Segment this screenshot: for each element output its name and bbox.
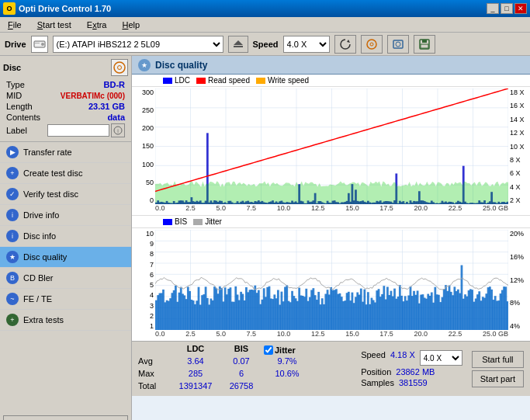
menu-file[interactable]: File (3, 19, 26, 31)
disc-contents-row: Contents data (3, 112, 128, 123)
disc-info-icon: i (6, 230, 19, 242)
ldc-col-header: LDC (172, 344, 219, 356)
disc-title: Disc (3, 63, 21, 72)
bis-max-value[interactable]: 6 (222, 369, 261, 381)
bottom-chart-y-right: 20% 16% 12% 8% 4% (508, 228, 530, 341)
refresh-button[interactable] (334, 35, 356, 54)
disc-quality-title: Disc quality (155, 60, 207, 71)
stats-bis-col: BIS 0.07 6 26758 (222, 344, 261, 394)
bottom-chart-legend: BIS Jitter (132, 215, 530, 228)
ldc-avg-value[interactable]: 3.64 (172, 356, 219, 369)
disc-label-button[interactable]: i (111, 123, 125, 137)
write-legend-box (256, 78, 265, 84)
speed-select[interactable]: 4.0 X (283, 36, 330, 53)
sidebar-item-extra-tests-label: Extra tests (23, 315, 64, 325)
write-legend-label: Write speed (268, 76, 309, 85)
top-chart-x-axis: 0.0 2.5 5.0 7.5 10.0 12.5 15.0 17.5 20.0… (155, 204, 508, 215)
drive-icon (31, 36, 48, 53)
minimize-button[interactable]: _ (487, 3, 499, 14)
menu-bar: File Start test Extra Help (0, 17, 530, 33)
sidebar-item-verify-test-disc[interactable]: ✓ Verify test disc (0, 184, 131, 205)
start-full-button[interactable]: Start full (472, 351, 524, 368)
read-legend-label: Read speed (208, 76, 250, 85)
jitter-header-row: Jitter (264, 344, 310, 356)
sidebar-item-disc-info[interactable]: i Disc info (0, 226, 131, 247)
svg-marker-3 (234, 40, 243, 45)
bis-col-header: BIS (222, 344, 261, 356)
speed-row: Speed 4.18 X 4.0 X (361, 350, 462, 366)
disc-length-row: Length 23.31 GB (3, 101, 128, 112)
jitter-col-header: Jitter (275, 345, 296, 355)
eject-button[interactable] (228, 36, 248, 53)
stats-bar: Avg Max Total LDC 3.64 285 1391347 BIS 0… (132, 341, 530, 396)
sidebar: Disc Type BD-R MID VERBATIMc (000) Lengt… (0, 56, 132, 420)
svg-rect-11 (422, 40, 427, 43)
main-content: Disc Type BD-R MID VERBATIMc (000) Lengt… (0, 56, 530, 420)
disc-label-input[interactable] (47, 124, 109, 137)
disc-icon-button[interactable] (361, 35, 383, 54)
bottom-chart-canvas (155, 230, 508, 330)
sidebar-item-create-test-disc-label: Create test disc (23, 168, 82, 178)
sidebar-item-disc-quality[interactable]: ★ Disc quality (0, 247, 131, 268)
menu-extra[interactable]: Extra (82, 19, 112, 31)
close-button[interactable]: ✕ (514, 3, 527, 14)
disc-quality-icon-header: ★ (138, 59, 151, 71)
jitter-checkbox[interactable] (264, 345, 273, 355)
disc-label-row: Label i (3, 123, 128, 138)
max-label: Max (138, 369, 169, 381)
bottom-chart: 10 9 8 7 6 5 4 3 2 1 20% 16% 12% 8% (132, 228, 530, 341)
svg-point-1 (41, 43, 44, 46)
maximize-button[interactable]: □ (501, 3, 513, 14)
ldc-total-value[interactable]: 1391347 (172, 381, 219, 394)
svg-rect-12 (421, 44, 428, 48)
media-button[interactable] (387, 35, 409, 54)
disc-section-icon[interactable] (111, 59, 128, 76)
svg-point-7 (370, 43, 373, 46)
ldc-legend-label: LDC (175, 76, 190, 85)
cd-bler-icon: B (6, 272, 19, 284)
disc-type-row: Type BD-R (3, 79, 128, 90)
status-window-button[interactable]: Status window >> (3, 415, 128, 420)
svg-point-6 (367, 40, 376, 49)
svg-rect-4 (234, 46, 243, 47)
samples-label: Samples (361, 378, 394, 387)
menu-help[interactable]: Help (117, 19, 144, 31)
right-stats: Speed 4.18 X 4.0 X Position 23862 MB Sam… (361, 350, 462, 387)
extra-tests-icon: + (6, 314, 19, 326)
sidebar-item-fe-te[interactable]: ~ FE / TE (0, 289, 131, 310)
top-chart: 300 250 200 150 100 50 0 18 X 16 X 14 X … (132, 87, 530, 215)
disc-quality-header: ★ Disc quality (132, 56, 530, 75)
disc-quality-icon: ★ (6, 251, 19, 263)
menu-start-test[interactable]: Start test (33, 19, 76, 31)
ldc-legend-box (163, 78, 172, 84)
sidebar-item-create-test-disc[interactable]: + Create test disc (0, 163, 131, 184)
sidebar-item-cd-bler[interactable]: B CD Bler (0, 268, 131, 289)
bis-total-value[interactable]: 26758 (222, 381, 261, 394)
speed-label-right: Speed (361, 350, 386, 366)
sidebar-item-drive-info[interactable]: i Drive info (0, 205, 131, 226)
svg-point-9 (396, 42, 400, 47)
save-button[interactable] (414, 35, 435, 54)
disc-contents-label: Contents (6, 113, 40, 122)
start-part-button[interactable]: Start part (472, 370, 524, 387)
disc-mid-row: MID VERBATIMc (000) (3, 90, 128, 101)
ldc-max-value[interactable]: 285 (172, 369, 219, 381)
svg-point-14 (118, 66, 122, 70)
sidebar-item-disc-info-label: Disc info (23, 231, 56, 241)
top-chart-y-left: 300 250 200 150 100 50 0 (132, 87, 155, 215)
drive-select[interactable]: (E:) ATAPI iHBS212 2 5L09 (53, 36, 223, 53)
disc-mid-label: MID (6, 91, 22, 100)
bis-legend-box (163, 219, 172, 225)
sidebar-item-extra-tests[interactable]: + Extra tests (0, 310, 131, 331)
svg-marker-5 (347, 40, 350, 43)
app-icon: O (3, 2, 16, 15)
sidebar-item-transfer-rate[interactable]: ▶ Transfer rate (0, 142, 131, 163)
jitter-legend-label: Jitter (205, 217, 222, 226)
svg-text:i: i (117, 128, 119, 134)
bis-avg-value[interactable]: 0.07 (222, 356, 261, 369)
stats-jitter-col: Jitter 9.7% 10.6% (264, 344, 310, 394)
speed-select-stats[interactable]: 4.0 X (420, 350, 462, 366)
disc-mid-value: VERBATIMc (000) (61, 92, 125, 100)
sidebar-item-disc-quality-label: Disc quality (23, 252, 67, 262)
disc-label-label: Label (6, 126, 27, 135)
